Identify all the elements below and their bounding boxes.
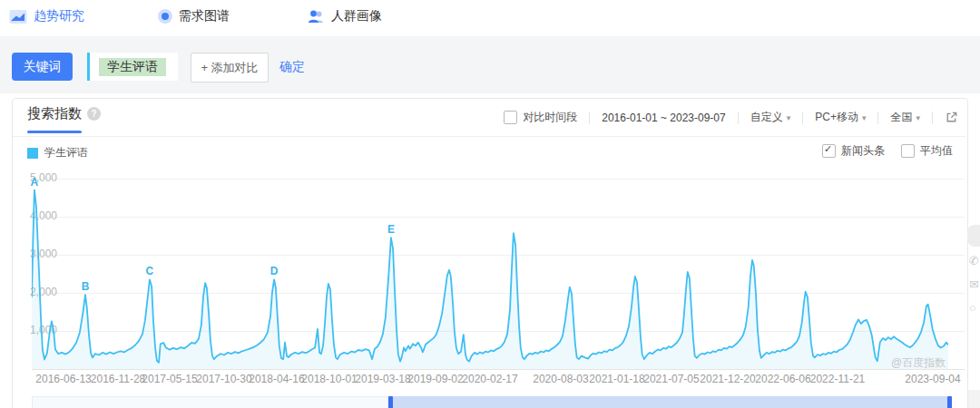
legend-color-swatch — [27, 148, 38, 159]
x-axis-label: 2022-11-21 — [810, 373, 866, 385]
x-axis-label: 2018-10-01 — [301, 373, 357, 385]
compare-period-label: 对比时间段 — [523, 110, 577, 125]
external-link-icon[interactable] — [945, 111, 958, 124]
x-axis-label: 2020-08-03 — [533, 373, 588, 385]
news-headlines-checkbox[interactable] — [822, 144, 836, 158]
people-icon — [307, 9, 325, 24]
panel-title: 搜索指数 ? — [27, 105, 101, 122]
peak-label-C: C — [146, 265, 154, 277]
chart-watermark: @百度指数 — [891, 355, 946, 371]
gridline — [32, 369, 965, 370]
x-axis-label: 2019-09-02 — [407, 373, 463, 385]
divider — [738, 112, 739, 124]
keyword-category-button[interactable]: 关键词 — [12, 53, 73, 81]
radar-dot-icon — [158, 9, 172, 24]
phone-icon[interactable]: ✆ — [969, 254, 979, 267]
divider — [877, 112, 878, 124]
peak-label-E: E — [387, 223, 395, 236]
divider — [589, 112, 590, 124]
compare-period-toggle[interactable]: 对比时间段 — [504, 110, 577, 125]
x-axis-label: 2021-01-18 — [589, 373, 644, 385]
x-axis-label: 2020-02-17 — [462, 373, 517, 385]
chevron-down-icon: ▾ — [862, 113, 867, 122]
average-checkbox[interactable] — [901, 144, 915, 158]
average-toggle[interactable]: 平均值 — [901, 143, 953, 159]
baidu-index-page: 趋势研究 需求图谱 人群画像 关键词 学生评语 + 添加对比 确定 搜索指数 ?… — [0, 0, 980, 408]
help-icon[interactable]: ? — [87, 107, 101, 121]
x-axis-label: 2017-10-30 — [196, 373, 251, 385]
keyword-value: 学生评语 — [99, 58, 166, 76]
add-compare-button[interactable]: + 添加对比 — [191, 53, 269, 83]
feedback-icon[interactable]: ✉ — [969, 277, 979, 291]
search-index-line-chart — [32, 179, 948, 369]
slider-selected-range[interactable] — [393, 396, 947, 408]
x-axis-label: 2019-03-18 — [355, 373, 410, 385]
peak-label-A: A — [31, 176, 39, 189]
news-headlines-toggle[interactable]: 新闻头条 — [822, 143, 885, 159]
overlay-toggles: 新闻头条 平均值 — [822, 143, 953, 159]
compare-period-checkbox[interactable] — [504, 111, 517, 124]
x-axis-label: 2021-12-20 — [700, 373, 755, 385]
news-headlines-label: 新闻头条 — [841, 143, 885, 159]
region-value: 全国 — [890, 110, 912, 125]
granularity-value: 自定义 — [750, 110, 783, 125]
divider — [802, 112, 803, 124]
chart-controls: 对比时间段 2016-01-01 ~ 2023-09-07 自定义 ▾ PC+移… — [504, 110, 958, 125]
tab-trend-research-label: 趋势研究 — [34, 8, 84, 24]
x-axis-label: 2016-06-13 — [35, 373, 91, 385]
peak-label-D: D — [270, 265, 279, 277]
divider — [932, 112, 933, 124]
confirm-link[interactable]: 确定 — [279, 59, 305, 75]
granularity-dropdown[interactable]: 自定义 ▾ — [750, 110, 791, 125]
scrollbar-thumb[interactable] — [967, 225, 980, 247]
peak-label-B: B — [82, 280, 90, 293]
series-legend: 学生评语 — [27, 145, 88, 160]
x-axis-label: 2023-09-04 — [905, 373, 960, 385]
header-divider — [13, 136, 965, 137]
scrollbar-track — [968, 390, 980, 408]
chevron-down-icon: ▾ — [916, 113, 920, 122]
chevron-down-icon: ▾ — [787, 113, 791, 122]
x-axis-label: 2021-07-05 — [643, 373, 699, 385]
x-axis-label: 2018-04-16 — [249, 373, 304, 385]
date-range[interactable]: 2016-01-01 ~ 2023-09-07 — [602, 112, 725, 124]
x-axis-label: 2016-11-28 — [91, 373, 146, 385]
tab-demand-map[interactable]: 需求图谱 — [158, 8, 230, 24]
tab-audience-portrait-label: 人群画像 — [331, 8, 382, 24]
slider-right-handle[interactable] — [947, 396, 952, 408]
tab-demand-map-label: 需求图谱 — [179, 8, 230, 24]
tab-trend-research[interactable]: 趋势研究 — [9, 8, 84, 24]
platform-value: PC+移动 — [815, 110, 858, 125]
active-tab-underline — [27, 131, 82, 133]
x-axis-label: 2017-05-15 — [142, 373, 197, 385]
panel-title-text: 搜索指数 — [27, 105, 82, 122]
average-label: 平均值 — [920, 143, 953, 159]
trend-chart-icon — [9, 9, 27, 24]
time-range-slider[interactable] — [32, 396, 952, 408]
keyword-input-accent-bar — [87, 53, 90, 81]
region-dropdown[interactable]: 全国 ▾ — [890, 110, 920, 125]
tab-audience-portrait[interactable]: 人群画像 — [307, 8, 382, 24]
legend-series-label: 学生评语 — [44, 145, 88, 160]
slider-unselected-range[interactable] — [32, 396, 388, 408]
circle-icon[interactable]: ○ — [969, 301, 976, 315]
keyword-input[interactable]: 学生评语 — [87, 53, 178, 81]
platform-dropdown[interactable]: PC+移动 ▾ — [815, 110, 866, 125]
x-axis-label: 2022-06-06 — [755, 373, 810, 385]
